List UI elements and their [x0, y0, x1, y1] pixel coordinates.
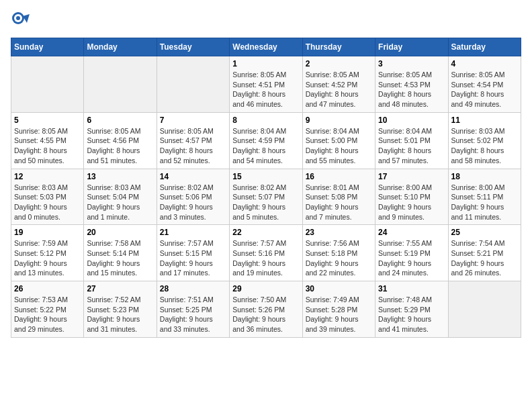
- day-number: 25: [451, 228, 518, 237]
- day-number: 21: [160, 228, 226, 237]
- calendar-cell: 22Sunrise: 7:57 AM Sunset: 5:16 PM Dayli…: [230, 225, 302, 281]
- calendar-cell: 20Sunrise: 7:58 AM Sunset: 5:14 PM Dayli…: [84, 225, 157, 281]
- calendar-cell: [11, 56, 84, 113]
- weekday-header: Tuesday: [157, 38, 229, 56]
- day-info: Sunrise: 8:02 AM Sunset: 5:06 PM Dayligh…: [160, 183, 226, 222]
- day-info: Sunrise: 8:05 AM Sunset: 4:52 PM Dayligh…: [306, 70, 372, 109]
- day-number: 10: [378, 116, 445, 125]
- page-header: [11, 11, 521, 30]
- calendar-week-row: 19Sunrise: 7:59 AM Sunset: 5:12 PM Dayli…: [11, 225, 521, 281]
- calendar-cell: 21Sunrise: 7:57 AM Sunset: 5:15 PM Dayli…: [157, 225, 229, 281]
- day-number: 17: [378, 172, 445, 181]
- day-info: Sunrise: 7:57 AM Sunset: 5:15 PM Dayligh…: [160, 238, 226, 278]
- day-number: 26: [14, 284, 81, 293]
- calendar-cell: 27Sunrise: 7:52 AM Sunset: 5:23 PM Dayli…: [84, 281, 157, 338]
- calendar-cell: [157, 56, 229, 113]
- calendar-cell: 11Sunrise: 8:03 AM Sunset: 5:02 PM Dayli…: [448, 112, 521, 169]
- day-info: Sunrise: 8:05 AM Sunset: 4:57 PM Dayligh…: [160, 126, 226, 166]
- day-info: Sunrise: 7:54 AM Sunset: 5:21 PM Dayligh…: [451, 238, 518, 278]
- day-info: Sunrise: 7:59 AM Sunset: 5:12 PM Dayligh…: [14, 238, 81, 278]
- calendar-cell: 29Sunrise: 7:50 AM Sunset: 5:26 PM Dayli…: [230, 281, 302, 338]
- day-number: 28: [160, 284, 226, 293]
- logo: [11, 11, 32, 30]
- day-number: 23: [306, 228, 372, 237]
- calendar-cell: 28Sunrise: 7:51 AM Sunset: 5:25 PM Dayli…: [157, 281, 229, 338]
- logo-icon: [11, 11, 30, 30]
- weekday-header: Monday: [84, 38, 157, 56]
- day-info: Sunrise: 8:05 AM Sunset: 4:53 PM Dayligh…: [378, 70, 445, 109]
- calendar-cell: [448, 281, 521, 338]
- day-number: 7: [160, 116, 226, 125]
- day-number: 9: [306, 116, 372, 125]
- weekday-header: Thursday: [302, 38, 375, 56]
- calendar-cell: 24Sunrise: 7:55 AM Sunset: 5:19 PM Dayli…: [375, 225, 448, 281]
- day-number: 14: [160, 172, 226, 181]
- day-number: 30: [306, 284, 372, 293]
- calendar-cell: 17Sunrise: 8:00 AM Sunset: 5:10 PM Dayli…: [375, 169, 448, 225]
- calendar-cell: 9Sunrise: 8:04 AM Sunset: 5:00 PM Daylig…: [302, 112, 375, 169]
- day-info: Sunrise: 7:49 AM Sunset: 5:28 PM Dayligh…: [306, 295, 372, 334]
- day-number: 19: [14, 228, 81, 237]
- day-number: 22: [232, 228, 299, 237]
- day-info: Sunrise: 8:04 AM Sunset: 5:00 PM Dayligh…: [306, 126, 372, 166]
- day-info: Sunrise: 8:02 AM Sunset: 5:07 PM Dayligh…: [232, 183, 299, 222]
- day-info: Sunrise: 8:01 AM Sunset: 5:08 PM Dayligh…: [306, 183, 372, 222]
- weekday-header: Friday: [375, 38, 448, 56]
- day-info: Sunrise: 7:55 AM Sunset: 5:19 PM Dayligh…: [378, 238, 445, 278]
- day-info: Sunrise: 7:50 AM Sunset: 5:26 PM Dayligh…: [232, 295, 299, 334]
- day-number: 13: [87, 172, 153, 181]
- day-number: 6: [87, 116, 153, 125]
- day-number: 20: [87, 228, 153, 237]
- day-info: Sunrise: 8:00 AM Sunset: 5:10 PM Dayligh…: [378, 183, 445, 222]
- calendar-cell: 15Sunrise: 8:02 AM Sunset: 5:07 PM Dayli…: [230, 169, 302, 225]
- calendar-cell: 5Sunrise: 8:05 AM Sunset: 4:55 PM Daylig…: [11, 112, 84, 169]
- day-number: 31: [378, 284, 445, 293]
- calendar-cell: 30Sunrise: 7:49 AM Sunset: 5:28 PM Dayli…: [302, 281, 375, 338]
- calendar-cell: 19Sunrise: 7:59 AM Sunset: 5:12 PM Dayli…: [11, 225, 84, 281]
- calendar-cell: 10Sunrise: 8:04 AM Sunset: 5:01 PM Dayli…: [375, 112, 448, 169]
- calendar-cell: 14Sunrise: 8:02 AM Sunset: 5:06 PM Dayli…: [157, 169, 229, 225]
- day-info: Sunrise: 8:00 AM Sunset: 5:11 PM Dayligh…: [451, 183, 518, 222]
- weekday-header: Sunday: [11, 38, 84, 56]
- day-info: Sunrise: 7:53 AM Sunset: 5:22 PM Dayligh…: [14, 295, 81, 334]
- calendar-cell: 18Sunrise: 8:00 AM Sunset: 5:11 PM Dayli…: [448, 169, 521, 225]
- day-info: Sunrise: 8:05 AM Sunset: 4:51 PM Dayligh…: [232, 70, 299, 109]
- day-number: 4: [451, 59, 518, 68]
- calendar-cell: 4Sunrise: 8:05 AM Sunset: 4:54 PM Daylig…: [448, 56, 521, 113]
- calendar-cell: 16Sunrise: 8:01 AM Sunset: 5:08 PM Dayli…: [302, 169, 375, 225]
- day-number: 1: [232, 59, 299, 68]
- calendar-week-row: 26Sunrise: 7:53 AM Sunset: 5:22 PM Dayli…: [11, 281, 521, 338]
- day-number: 11: [451, 116, 518, 125]
- day-info: Sunrise: 8:05 AM Sunset: 4:55 PM Dayligh…: [14, 126, 81, 166]
- calendar-week-row: 12Sunrise: 8:03 AM Sunset: 5:03 PM Dayli…: [11, 169, 521, 225]
- day-number: 12: [14, 172, 81, 181]
- day-info: Sunrise: 7:58 AM Sunset: 5:14 PM Dayligh…: [87, 238, 153, 278]
- weekday-header-row: SundayMondayTuesdayWednesdayThursdayFrid…: [11, 38, 521, 56]
- day-number: 16: [306, 172, 372, 181]
- day-number: 2: [306, 59, 372, 68]
- day-info: Sunrise: 7:52 AM Sunset: 5:23 PM Dayligh…: [87, 295, 153, 334]
- day-info: Sunrise: 7:48 AM Sunset: 5:29 PM Dayligh…: [378, 295, 445, 334]
- calendar-week-row: 5Sunrise: 8:05 AM Sunset: 4:55 PM Daylig…: [11, 112, 521, 169]
- calendar-cell: [84, 56, 157, 113]
- day-info: Sunrise: 8:05 AM Sunset: 4:56 PM Dayligh…: [87, 126, 153, 166]
- calendar-cell: 2Sunrise: 8:05 AM Sunset: 4:52 PM Daylig…: [302, 56, 375, 113]
- weekday-header: Saturday: [448, 38, 521, 56]
- day-info: Sunrise: 7:51 AM Sunset: 5:25 PM Dayligh…: [160, 295, 226, 334]
- calendar-cell: 3Sunrise: 8:05 AM Sunset: 4:53 PM Daylig…: [375, 56, 448, 113]
- day-info: Sunrise: 7:56 AM Sunset: 5:18 PM Dayligh…: [306, 238, 372, 278]
- weekday-header: Wednesday: [230, 38, 302, 56]
- day-info: Sunrise: 8:03 AM Sunset: 5:02 PM Dayligh…: [451, 126, 518, 166]
- day-number: 5: [14, 116, 81, 125]
- day-number: 3: [378, 59, 445, 68]
- calendar-cell: 13Sunrise: 8:03 AM Sunset: 5:04 PM Dayli…: [84, 169, 157, 225]
- day-info: Sunrise: 8:04 AM Sunset: 5:01 PM Dayligh…: [378, 126, 445, 166]
- day-number: 27: [87, 284, 153, 293]
- calendar-cell: 1Sunrise: 8:05 AM Sunset: 4:51 PM Daylig…: [230, 56, 302, 113]
- day-info: Sunrise: 8:03 AM Sunset: 5:03 PM Dayligh…: [14, 183, 81, 222]
- day-number: 24: [378, 228, 445, 237]
- day-number: 18: [451, 172, 518, 181]
- day-info: Sunrise: 8:04 AM Sunset: 4:59 PM Dayligh…: [232, 126, 299, 166]
- svg-point-2: [16, 16, 20, 20]
- calendar-table: SundayMondayTuesdayWednesdayThursdayFrid…: [11, 38, 521, 338]
